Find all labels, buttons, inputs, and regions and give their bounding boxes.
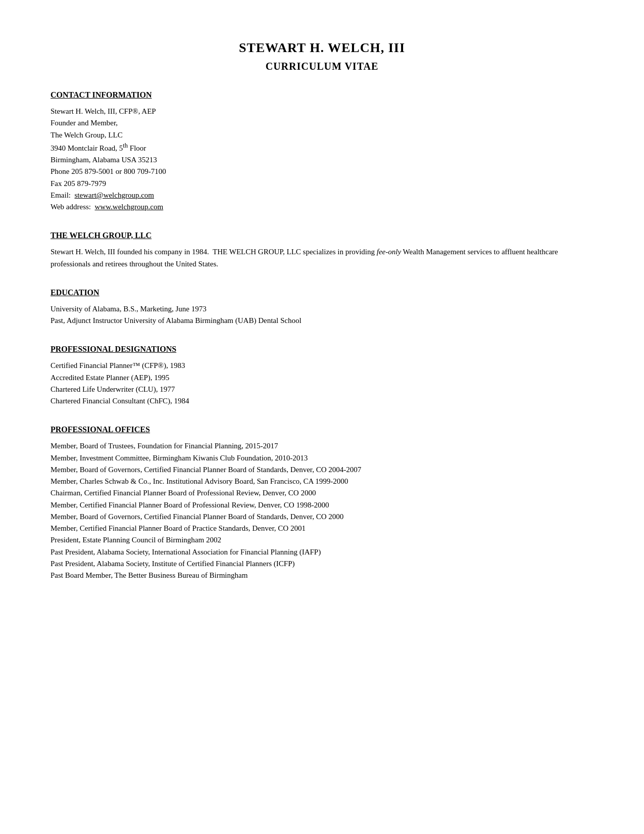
designation-line-2: Accredited Estate Planner (AEP), 1995 [51, 372, 593, 384]
office-line-7: Member, Board of Governors, Certified Fi… [51, 511, 593, 523]
offices-body: Member, Board of Trustees, Foundation fo… [51, 440, 593, 581]
contact-section: CONTACT INFORMATION Stewart H. Welch, II… [51, 90, 593, 213]
company-body: Stewart H. Welch, III founded his compan… [51, 246, 593, 270]
company-description: Stewart H. Welch, III founded his compan… [51, 246, 593, 270]
fee-only-text: fee-only [377, 248, 401, 256]
company-heading: THE WELCH GROUP, LLC [51, 231, 593, 240]
contact-line-7: Fax 205 879-7979 [51, 178, 593, 190]
company-section: THE WELCH GROUP, LLC Stewart H. Welch, I… [51, 231, 593, 270]
designation-line-4: Chartered Financial Consultant (ChFC), 1… [51, 395, 593, 407]
designation-line-3: Chartered Life Underwriter (CLU), 1977 [51, 384, 593, 395]
office-line-6: Member, Certified Financial Planner Boar… [51, 499, 593, 511]
main-title: STEWART H. WELCH, III [51, 40, 593, 56]
designations-body: Certified Financial Planner™ (CFP®), 198… [51, 360, 593, 407]
office-line-8: Member, Certified Financial Planner Boar… [51, 523, 593, 534]
contact-line-3: The Welch Group, LLC [51, 129, 593, 141]
education-heading: EDUCATION [51, 288, 593, 297]
education-section: EDUCATION University of Alabama, B.S., M… [51, 288, 593, 327]
office-line-3: Member, Board of Governors, Certified Fi… [51, 464, 593, 476]
office-line-2: Member, Investment Committee, Birmingham… [51, 452, 593, 464]
offices-heading: PROFESSIONAL OFFICES [51, 425, 593, 434]
office-line-12: Past Board Member, The Better Business B… [51, 570, 593, 581]
office-line-4: Member, Charles Schwab & Co., Inc. Insti… [51, 476, 593, 487]
office-line-10: Past President, Alabama Society, Interna… [51, 546, 593, 558]
education-body: University of Alabama, B.S., Marketing, … [51, 303, 593, 327]
contact-body: Stewart H. Welch, III, CFP®, AEP Founder… [51, 106, 593, 213]
contact-line-5: Birmingham, Alabama USA 35213 [51, 154, 593, 166]
education-line-1: University of Alabama, B.S., Marketing, … [51, 303, 593, 315]
designations-section: PROFESSIONAL DESIGNATIONS Certified Fina… [51, 345, 593, 407]
office-line-5: Chairman, Certified Financial Planner Bo… [51, 487, 593, 499]
designations-heading: PROFESSIONAL DESIGNATIONS [51, 345, 593, 354]
designation-line-1: Certified Financial Planner™ (CFP®), 198… [51, 360, 593, 372]
offices-section: PROFESSIONAL OFFICES Member, Board of Tr… [51, 425, 593, 581]
office-line-11: Past President, Alabama Society, Institu… [51, 558, 593, 570]
office-line-1: Member, Board of Trustees, Foundation fo… [51, 440, 593, 452]
web-link[interactable]: www.welchgroup.com [95, 203, 164, 211]
contact-line-2: Founder and Member, [51, 117, 593, 129]
education-line-2: Past, Adjunct Instructor University of A… [51, 315, 593, 327]
document-type: CURRICULUM VITAE [51, 61, 593, 72]
contact-line-8: Email: stewart@welchgroup.com [51, 190, 593, 201]
contact-line-1: Stewart H. Welch, III, CFP®, AEP [51, 106, 593, 117]
contact-heading: CONTACT INFORMATION [51, 90, 593, 100]
contact-line-4: 3940 Montclair Road, 5th Floor [51, 141, 593, 154]
contact-line-6: Phone 205 879-5001 or 800 709-7100 [51, 166, 593, 177]
office-line-9: President, Estate Planning Council of Bi… [51, 534, 593, 546]
page-header: STEWART H. WELCH, III CURRICULUM VITAE [51, 40, 593, 72]
contact-line-9: Web address: www.welchgroup.com [51, 201, 593, 213]
email-link[interactable]: stewart@welchgroup.com [75, 191, 155, 199]
